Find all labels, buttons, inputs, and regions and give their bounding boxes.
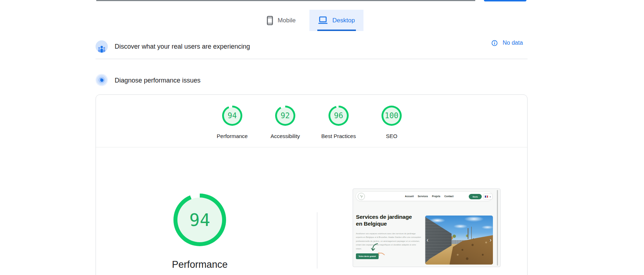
accessibility-label: Accessibility <box>270 133 300 139</box>
best-practices-label: Best Practices <box>321 133 356 139</box>
tab-mobile[interactable]: Mobile <box>257 10 306 31</box>
site-nav-links: AccueilServicesProjetsContact <box>405 192 454 201</box>
site-nav-link[interactable]: Accueil <box>405 195 414 198</box>
main-performance-label: Performance <box>172 259 228 270</box>
desktop-laptop-icon <box>318 16 328 25</box>
card-divider <box>96 147 527 147</box>
best-practices-gauge-small: 96 <box>328 106 349 126</box>
report-card: 94 Performance 92 Accessibility 96 Best … <box>96 94 528 275</box>
accessibility-score: 92 <box>281 111 290 120</box>
info-icon <box>491 40 498 46</box>
score-seo[interactable]: 100 SEO <box>365 106 419 139</box>
site-heading: Services de jardinage en Belgique <box>356 214 412 227</box>
performance-gauge-small: 94 <box>222 106 242 126</box>
site-language-selector[interactable]: ▼ <box>483 194 493 200</box>
no-data-link[interactable]: No data <box>491 40 523 46</box>
accessibility-gauge-small: 92 <box>275 106 295 126</box>
field-section-title: Discover what your real users are experi… <box>115 43 250 50</box>
pagespeed-insights-page: { "colors": { "accent_blue": "#1a73e8", … <box>0 0 644 275</box>
tab-selected-underline <box>317 30 356 31</box>
site-section-boundary <box>353 267 500 267</box>
performance-label: Performance <box>217 133 248 139</box>
section-divider <box>96 59 528 59</box>
score-performance[interactable]: 94 Performance <box>205 106 259 139</box>
seo-label: SEO <box>386 133 397 139</box>
site-scrollbar[interactable] <box>497 190 498 266</box>
gauge-needle <box>100 78 103 82</box>
main-performance-gauge: 94 Performance <box>173 194 227 270</box>
chevron-down-icon: ▼ <box>489 196 491 198</box>
url-input-underline[interactable] <box>96 0 475 1</box>
site-logo <box>358 193 365 200</box>
site-hero-photo: ‹ › <box>425 216 493 265</box>
tab-desktop[interactable]: Desktop <box>309 10 363 31</box>
french-flag-icon <box>485 195 488 198</box>
tab-desktop-label: Desktop <box>332 17 355 24</box>
site-nav-link[interactable]: Projets <box>432 195 440 198</box>
best-practices-score: 96 <box>334 111 343 120</box>
score-best-practices[interactable]: 96 Best Practices <box>312 106 366 139</box>
performance-gauge-large: 94 <box>173 194 226 246</box>
tab-mobile-label: Mobile <box>278 17 296 24</box>
main-performance-score: 94 <box>189 210 210 230</box>
site-nav-link[interactable]: Services <box>418 195 428 198</box>
real-users-icon <box>96 40 108 53</box>
site-paragraph: Améliorez vos espaces extérieurs avec de… <box>356 232 422 250</box>
photo-bare-tree <box>468 228 468 239</box>
site-devis-button[interactable]: Devis <box>469 194 482 199</box>
no-data-label: No data <box>503 40 523 46</box>
analyze-button-edge[interactable] <box>484 0 526 1</box>
site-nav-link[interactable]: Contact <box>444 195 454 198</box>
site-cta-button[interactable]: Votre devis gratuit <box>356 253 379 259</box>
performance-score: 94 <box>228 111 237 120</box>
vertical-divider <box>317 212 317 269</box>
score-accessibility[interactable]: 92 Accessibility <box>258 106 312 139</box>
mobile-phone-icon <box>267 16 273 25</box>
photo-bare-tree <box>471 227 472 239</box>
carousel-prev-button[interactable]: ‹ <box>427 237 428 243</box>
lab-section-title: Diagnose performance issues <box>115 77 200 84</box>
seo-gauge-small: 100 <box>381 106 402 126</box>
site-screenshot-thumbnail[interactable]: AccueilServicesProjetsContact Devis ▼ Se… <box>353 188 500 267</box>
site-navbar: AccueilServicesProjetsContact Devis ▼ <box>356 191 493 201</box>
diagnose-gauge-icon <box>96 74 108 86</box>
carousel-next-button[interactable]: › <box>490 237 491 243</box>
seo-score: 100 <box>385 111 398 120</box>
